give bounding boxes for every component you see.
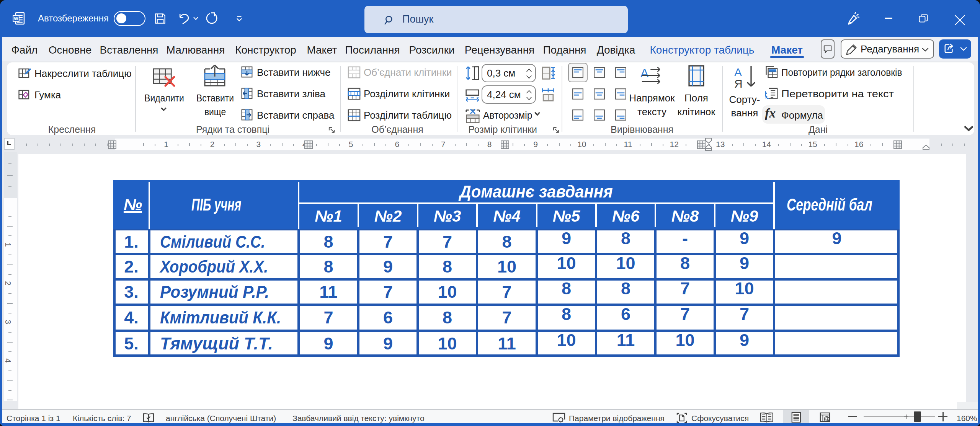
svg-text:А: А [734, 66, 742, 78]
svg-text:Я: Я [734, 77, 743, 88]
svg-text:A: A [640, 66, 649, 80]
